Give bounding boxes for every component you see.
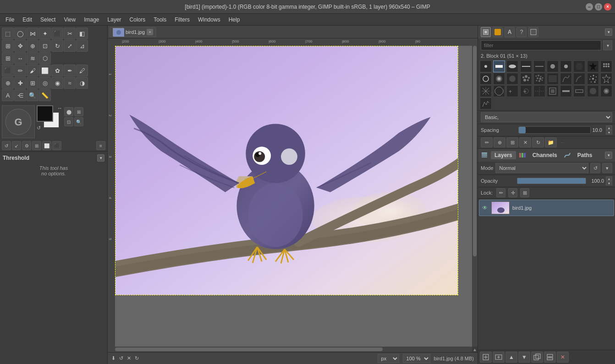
brush-cell-12[interactable] xyxy=(506,73,518,85)
tool-preset-btn[interactable]: ⊞ xyxy=(74,107,83,116)
tool-warp[interactable]: ≋ xyxy=(27,52,38,64)
brush-cell-29[interactable] xyxy=(600,85,612,97)
brush-cell-block[interactable] xyxy=(493,60,505,72)
brush-filter-input[interactable] xyxy=(481,40,601,50)
brush-open-folder-btn[interactable]: 📁 xyxy=(545,137,557,147)
layers-delete-btn[interactable]: ✕ xyxy=(557,352,569,363)
brush-cell-30[interactable] xyxy=(480,98,492,109)
brush-cell-line[interactable] xyxy=(520,60,532,72)
zoom-fit-btn[interactable]: 🔍 xyxy=(74,117,83,126)
layer-item[interactable]: 👁 bird1.jpg xyxy=(479,200,614,216)
panel-menu-btn[interactable]: ≡ xyxy=(96,141,105,150)
tool-measure[interactable]: 📏 xyxy=(39,89,51,101)
tool-ellipse-select[interactable]: ◯ xyxy=(14,27,26,39)
brush-preset-select[interactable]: Basic, xyxy=(481,112,612,122)
tool-perspective[interactable]: ⊞ xyxy=(2,52,14,64)
image-tab-close[interactable]: × xyxy=(147,29,153,35)
brush-refresh-btn[interactable]: ↻ xyxy=(532,137,544,147)
tool-paths[interactable]: ⋲ xyxy=(14,89,26,101)
tool-rotate[interactable]: ↻ xyxy=(51,40,63,52)
menu-select[interactable]: Select xyxy=(37,16,59,24)
expand-btn-tool[interactable]: ⬛ xyxy=(52,141,61,150)
layer-visibility-eye[interactable]: 👁 xyxy=(481,204,489,212)
tab-layers[interactable]: Layers xyxy=(491,151,516,159)
brush-panel-expand[interactable]: ▾ xyxy=(605,28,612,36)
foreground-color[interactable] xyxy=(37,105,53,122)
scrollbar-h-thumb[interactable] xyxy=(115,348,383,351)
layers-new-layer-btn[interactable] xyxy=(493,352,505,363)
lock-pixels-btn[interactable]: ✏ xyxy=(496,188,505,197)
menu-edit[interactable]: Edit xyxy=(19,16,36,24)
unit-dropdown[interactable]: px mm in xyxy=(378,354,399,363)
brush-panel-tab-help[interactable]: ? xyxy=(516,27,527,37)
status-redo-btn[interactable]: ↻ xyxy=(135,355,139,361)
spacing-down-btn[interactable]: ▼ xyxy=(606,130,612,135)
scrollbar-vertical[interactable] xyxy=(472,46,478,347)
menu-help[interactable]: Help xyxy=(225,16,244,24)
brush-panel-tab-font[interactable]: A xyxy=(505,27,515,37)
brush-cell-10[interactable] xyxy=(480,73,492,85)
layers-mode-reset-btn[interactable]: ↺ xyxy=(590,163,600,173)
swap-colors-icon[interactable]: ↔ xyxy=(57,105,62,111)
brush-panel-tab-tools[interactable] xyxy=(481,27,491,37)
brush-cell-14[interactable] xyxy=(533,73,545,85)
tool-free-select[interactable]: ⋈ xyxy=(27,27,38,39)
tool-paintbrush[interactable]: 🖌 xyxy=(27,65,38,76)
menu-tools[interactable]: Tools xyxy=(150,16,170,24)
tool-airbrush[interactable]: ✿ xyxy=(51,65,63,76)
brush-cell-21[interactable] xyxy=(493,85,505,97)
close-button[interactable]: × xyxy=(604,3,611,11)
zoom-dropdown[interactable]: 100 % 50 % 200 % xyxy=(403,354,430,363)
spacing-slider[interactable] xyxy=(518,126,591,134)
tool-color-picker[interactable]: 🔍 xyxy=(27,89,38,101)
brush-cell-19[interactable] xyxy=(600,73,612,85)
brush-cell-dot[interactable] xyxy=(480,60,492,72)
layers-move-down-btn[interactable]: ▼ xyxy=(518,352,530,363)
restore-tool-btn[interactable]: ↺ xyxy=(2,141,11,150)
tool-paint-bucket[interactable]: ⬛ xyxy=(2,65,14,76)
brush-cell-20[interactable] xyxy=(480,85,492,97)
opacity-slider[interactable] xyxy=(517,178,586,184)
brush-new-btn[interactable]: ⊕ xyxy=(494,137,505,147)
brush-cell-15[interactable] xyxy=(547,73,559,85)
tool-by-color[interactable]: ⬛ xyxy=(51,27,63,39)
grid-view-btn[interactable]: ⊞ xyxy=(32,141,41,150)
tool-rect-select[interactable]: ⬚ xyxy=(2,27,14,39)
brush-cell-star[interactable] xyxy=(587,60,599,72)
layers-panel-menu-btn[interactable]: ▾ xyxy=(605,152,612,159)
brush-cell-11[interactable] xyxy=(493,73,505,85)
image-tab[interactable]: bird1.jpg × xyxy=(110,27,156,37)
window-layout-btn[interactable]: ⊡ xyxy=(64,117,73,126)
tool-mypaint[interactable]: 🖊 xyxy=(76,65,88,76)
tool-fuzzy-select[interactable]: ✦ xyxy=(39,27,51,39)
brush-cell-25[interactable] xyxy=(547,85,559,97)
brush-cell-24[interactable] xyxy=(533,85,545,97)
brush-cell-22[interactable]: + xyxy=(506,85,518,97)
menu-colors[interactable]: Colors xyxy=(126,16,149,24)
tool-sharpen[interactable]: ◉ xyxy=(51,77,63,89)
tool-dodge-burn[interactable]: ◑ xyxy=(76,77,88,89)
scrollbar-horizontal[interactable] xyxy=(115,347,472,352)
tool-pencil[interactable]: ✏ xyxy=(14,65,26,76)
lock-position-btn[interactable]: ✛ xyxy=(508,188,517,197)
tool-text[interactable]: A xyxy=(2,89,14,101)
brush-cell-smallcircle[interactable] xyxy=(560,60,572,72)
canvas-scroll-area[interactable]: ▲ xyxy=(115,46,478,352)
tool-scissors[interactable]: ✂ xyxy=(64,27,76,39)
brush-cell-28[interactable] xyxy=(587,85,599,97)
tool-heal[interactable]: ✚ xyxy=(14,77,26,89)
brush-cell-6[interactable] xyxy=(547,60,559,72)
brush-edit-btn[interactable]: ✏ xyxy=(481,137,493,147)
opacity-down-btn[interactable]: ▼ xyxy=(606,181,612,185)
brush-filter-dropdown[interactable]: ▾ xyxy=(603,40,612,50)
status-undo-btn[interactable]: ↺ xyxy=(119,355,123,361)
brush-cell-16[interactable] xyxy=(560,73,572,85)
brush-panel-tab-color[interactable] xyxy=(493,27,503,37)
tool-crop[interactable]: ⊡ xyxy=(39,40,51,52)
layers-move-up-btn[interactable]: ▲ xyxy=(505,352,517,363)
menu-layer[interactable]: Layer xyxy=(104,16,125,24)
tool-flip[interactable]: ↔ xyxy=(14,52,26,64)
save-tool-btn[interactable]: ↙ xyxy=(12,141,21,150)
layers-mode-select[interactable]: Normal Multiply Screen Overlay xyxy=(495,163,588,173)
brush-cell-thinline[interactable] xyxy=(533,60,545,72)
